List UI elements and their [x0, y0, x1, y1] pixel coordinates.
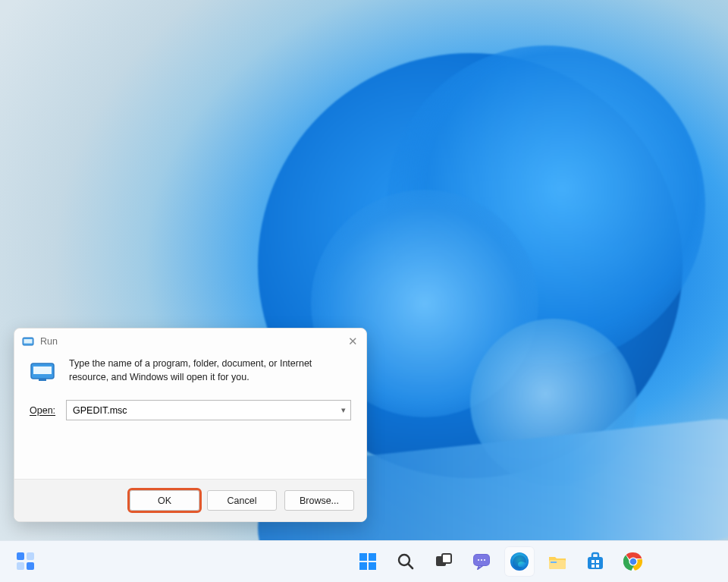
cancel-button[interactable]: Cancel [207, 490, 277, 511]
chrome-icon[interactable] [618, 546, 648, 577]
browse-button[interactable]: Browse... [284, 490, 354, 511]
svg-rect-1 [24, 339, 33, 344]
svg-rect-12 [369, 562, 376, 570]
taskbar-center [46, 546, 728, 577]
svg-line-14 [408, 564, 413, 568]
svg-rect-26 [592, 560, 595, 563]
run-title: Run [40, 336, 58, 347]
run-titlebar[interactable]: Run ✕ [14, 329, 366, 354]
edge-icon[interactable] [504, 546, 535, 577]
svg-rect-25 [588, 557, 603, 569]
svg-rect-24 [551, 562, 557, 563]
svg-rect-4 [39, 379, 46, 381]
open-label: Open: [30, 405, 55, 416]
chat-icon[interactable] [466, 546, 497, 577]
svg-rect-29 [596, 565, 599, 568]
run-large-icon [30, 359, 55, 385]
taskbar [0, 540, 728, 582]
svg-point-19 [481, 559, 482, 561]
svg-point-20 [478, 559, 479, 561]
svg-rect-16 [442, 554, 451, 563]
open-input[interactable] [73, 405, 337, 416]
run-button-row: OK Cancel Browse... [14, 479, 366, 521]
run-description: Type the name of a program, folder, docu… [69, 357, 351, 384]
file-explorer-icon[interactable] [542, 546, 573, 577]
search-icon[interactable] [391, 546, 421, 577]
run-app-icon [22, 335, 34, 348]
svg-point-32 [630, 558, 637, 565]
svg-rect-28 [592, 565, 595, 568]
microsoft-store-icon[interactable] [580, 546, 610, 577]
chevron-down-icon[interactable]: ▾ [337, 405, 346, 415]
svg-rect-5 [17, 552, 24, 560]
svg-rect-10 [369, 553, 376, 561]
svg-rect-8 [27, 562, 34, 570]
svg-rect-6 [27, 552, 34, 560]
ok-button[interactable]: OK [130, 490, 199, 511]
svg-rect-23 [549, 560, 566, 569]
svg-rect-9 [359, 553, 367, 561]
open-combobox[interactable]: ▾ [66, 400, 351, 420]
svg-rect-11 [359, 562, 367, 570]
svg-rect-27 [596, 560, 599, 563]
run-dialog: Run ✕ Type the name of a program, folder… [14, 328, 367, 522]
start-icon[interactable] [353, 546, 383, 577]
widgets-icon[interactable] [11, 546, 41, 577]
svg-rect-7 [17, 562, 24, 570]
svg-rect-3 [33, 367, 52, 374]
task-view-icon[interactable] [428, 546, 459, 577]
close-icon[interactable]: ✕ [347, 335, 359, 348]
svg-point-21 [484, 559, 485, 561]
